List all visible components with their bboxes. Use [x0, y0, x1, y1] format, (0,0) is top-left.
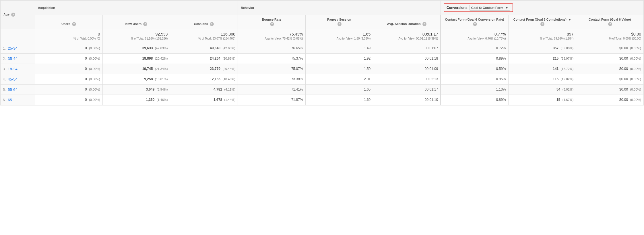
totals-sessions: 116,308 % of Total: 63.07% (184,406)	[170, 29, 238, 43]
age-label: Age	[3, 13, 9, 16]
pages-session-value: 1.49	[364, 46, 371, 50]
sessions-cell: 12,165 (10.46%)	[170, 74, 238, 84]
new-users-help-icon[interactable]: ?	[143, 22, 147, 26]
pages-session-cell: 1.69	[305, 95, 373, 105]
users-value: 0	[85, 56, 87, 60]
cf-completions-pct: (23.97%)	[561, 57, 574, 60]
sort-down-icon	[569, 19, 571, 21]
cf-value-value: $0.00	[619, 77, 628, 81]
cf-completions-value: 115	[553, 77, 558, 81]
cf-value-value: $0.00	[619, 67, 628, 71]
totals-age-cell	[1, 29, 35, 43]
age-link[interactable]: 55-64	[8, 87, 17, 92]
avg-session-cell: 00:01:07	[373, 43, 441, 53]
age-cell: 1. 25-34	[1, 43, 35, 53]
users-cell: 0 (0.00%)	[35, 64, 103, 74]
cf-value-col-header: Contact Form (Goal 6 Value) ?	[576, 15, 644, 29]
new-users-cell: 3,649 (3.94%)	[102, 84, 170, 95]
row-number: 3.	[3, 67, 6, 71]
cf-rate-help-icon[interactable]: ?	[473, 22, 477, 26]
cf-value-value: $0.00	[619, 98, 628, 102]
totals-cf-completions: 897 % of Total: 69.86% (1,284)	[508, 29, 576, 43]
cf-value-pct: (0.00%)	[630, 88, 641, 91]
new-users-pct: (10.01%)	[155, 77, 168, 81]
users-value: 0	[85, 67, 87, 71]
bounce-rate-col-header: Bounce Rate ?	[238, 15, 305, 29]
sessions-col-header: Sessions ?	[170, 15, 238, 29]
new-users-pct: (1.46%)	[157, 98, 168, 101]
bounce-rate-value: 75.37%	[291, 56, 303, 60]
age-cell: 4. 45-54	[1, 74, 35, 84]
age-link[interactable]: 65+	[8, 98, 14, 102]
row-number: 6.	[3, 98, 6, 102]
cf-value-value: $0.00	[619, 46, 628, 50]
cf-completions-cell: 141 (15.72%)	[508, 64, 576, 74]
cf-rate-cell: 0.59%	[441, 64, 508, 74]
sessions-value: 12,165	[210, 77, 220, 81]
bounce-rate-value: 73.38%	[291, 77, 303, 81]
sessions-pct: (42.68%)	[222, 46, 235, 50]
sessions-pct: (4.11%)	[224, 88, 235, 91]
pages-session-cell: 2.01	[305, 74, 373, 84]
pages-session-cell: 1.92	[305, 53, 373, 64]
pages-session-help-icon[interactable]: ?	[337, 22, 342, 26]
cf-value-pct: (0.00%)	[630, 67, 641, 70]
cf-completions-value: 15	[556, 98, 560, 102]
goal-dropdown[interactable]: Goal 6: Contact Form ▼	[469, 5, 511, 11]
avg-session-value: 00:01:17	[425, 87, 438, 91]
bounce-rate-value: 71.41%	[291, 87, 303, 91]
age-cell: 2. 35-44	[1, 53, 35, 64]
cf-completions-help-icon[interactable]: ?	[540, 22, 544, 26]
users-help-icon[interactable]: ?	[72, 22, 76, 26]
table-row: 4. 45-54 0 (0.00%) 9,258 (10.01%) 12,165…	[1, 74, 644, 84]
bounce-rate-cell: 75.07%	[238, 64, 305, 74]
sessions-pct: (1.44%)	[224, 98, 235, 101]
sessions-cell: 1,678 (1.44%)	[170, 95, 238, 105]
sessions-value: 23,779	[210, 67, 220, 71]
new-users-value: 9,258	[144, 77, 153, 81]
age-link[interactable]: 35-44	[8, 56, 17, 61]
cf-value-cell: $0.00 (0.00%)	[576, 53, 644, 64]
new-users-cell: 9,258 (10.01%)	[102, 74, 170, 84]
bounce-rate-help-icon[interactable]: ?	[270, 22, 274, 26]
cf-value-cell: $0.00 (0.00%)	[576, 64, 644, 74]
avg-session-value: 00:02:13	[425, 77, 438, 81]
new-users-pct: (20.42%)	[155, 57, 168, 60]
users-pct: (0.00%)	[89, 77, 100, 81]
cf-value-pct: (0.00%)	[630, 46, 641, 50]
pages-session-cell: 1.65	[305, 84, 373, 95]
age-link[interactable]: 45-54	[8, 77, 17, 81]
table-row: 6. 65+ 0 (0.00%) 1,350 (1.46%) 1,678 (1.…	[1, 95, 644, 105]
new-users-value: 18,898	[142, 56, 153, 60]
users-pct: (0.00%)	[89, 57, 100, 60]
bounce-rate-value: 71.87%	[291, 98, 303, 102]
acquisition-group-header: Acquisition	[35, 1, 238, 15]
cf-value-help-icon[interactable]: ?	[608, 22, 612, 26]
sessions-cell: 49,640 (42.68%)	[170, 43, 238, 53]
cf-rate-value: 0.89%	[496, 98, 506, 102]
cf-value-pct: (0.00%)	[630, 98, 641, 101]
age-link[interactable]: 25-34	[8, 46, 17, 50]
sessions-help-icon[interactable]: ?	[210, 22, 214, 26]
users-pct: (0.00%)	[89, 46, 100, 50]
totals-cf-value: $0.00 % of Total: 0.00% ($0.00)	[576, 29, 644, 43]
bounce-rate-value: 75.07%	[291, 67, 303, 71]
avg-session-col-header: Avg. Session Duration ?	[373, 15, 441, 29]
cf-completions-pct: (39.80%)	[561, 46, 574, 50]
cf-rate-value: 0.95%	[496, 77, 506, 81]
age-help-icon[interactable]: ?	[11, 13, 15, 17]
totals-row: 0 % of Total: 0.00% (0) 92,533 % of Tota…	[1, 29, 644, 43]
bounce-rate-cell: 76.65%	[238, 43, 305, 53]
users-pct: (0.00%)	[89, 67, 100, 70]
row-number: 4.	[3, 77, 6, 81]
age-link[interactable]: 18-24	[8, 67, 17, 71]
avg-session-help-icon[interactable]: ?	[422, 22, 426, 26]
table-row: 3. 18-24 0 (0.00%) 19,745 (21.34%) 23,77…	[1, 64, 644, 74]
cf-rate-col-header: Contact Form (Goal 6 Conversion Rate) ?	[441, 15, 508, 29]
age-cell: 5. 55-64	[1, 84, 35, 95]
cf-rate-value: 1.13%	[496, 87, 506, 91]
pages-session-cell: 1.49	[305, 43, 373, 53]
cf-value-cell: $0.00 (0.00%)	[576, 74, 644, 84]
cf-completions-value: 357	[553, 46, 558, 50]
cf-rate-value: 0.89%	[496, 56, 506, 60]
